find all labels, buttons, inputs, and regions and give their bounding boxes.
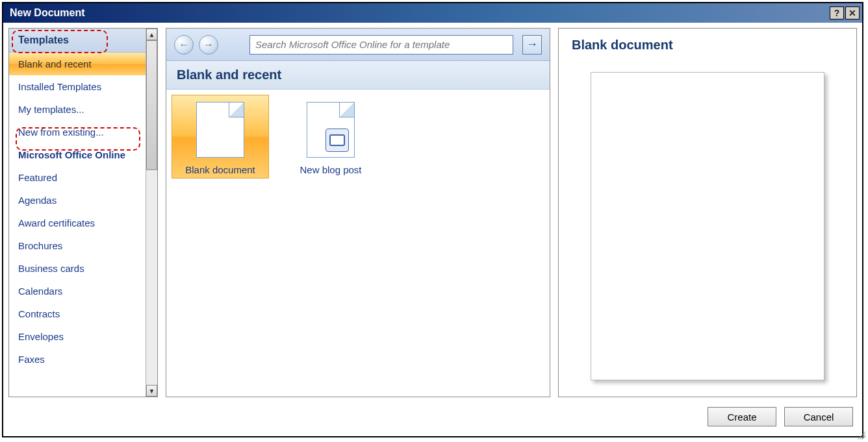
create-button[interactable]: Create <box>708 407 776 426</box>
template-label: New blog post <box>285 164 376 175</box>
window-title: New Document <box>10 7 85 19</box>
arrow-left-icon: ← <box>179 39 189 51</box>
section-header: Blank and recent <box>166 61 550 90</box>
sidebar-scrollbar[interactable]: ▲ ▼ <box>146 29 157 397</box>
scroll-track[interactable] <box>146 170 157 385</box>
toolbar: ← → → <box>166 29 550 61</box>
sidebar: Templates Blank and recent Installed Tem… <box>8 28 158 397</box>
forward-button[interactable]: → <box>199 35 218 55</box>
new-document-dialog: New Document ? ✕ Templates Blank and rec… <box>2 2 863 437</box>
go-arrow-icon: → <box>526 38 538 51</box>
sidebar-item-contracts[interactable]: Contracts <box>9 302 146 325</box>
preview-panel: Blank document <box>558 28 857 397</box>
sidebar-item-agendas[interactable]: Agendas <box>9 189 146 212</box>
scroll-up-button[interactable]: ▲ <box>146 29 157 40</box>
sidebar-list: Templates Blank and recent Installed Tem… <box>9 29 146 397</box>
preview-page <box>591 72 824 380</box>
titlebar: New Document ? ✕ <box>3 3 862 23</box>
blank-document-icon <box>196 102 244 158</box>
back-button[interactable]: ← <box>174 35 194 55</box>
scroll-down-button[interactable]: ▼ <box>146 385 157 397</box>
sidebar-item-award-certificates[interactable]: Award certificates <box>9 212 146 234</box>
titlebar-buttons: ? ✕ <box>828 6 860 19</box>
arrow-right-icon: → <box>203 39 214 51</box>
upper-row: Templates Blank and recent Installed Tem… <box>8 28 857 397</box>
blog-badge-icon <box>326 129 349 152</box>
dialog-footer: Create Cancel <box>8 402 857 431</box>
sidebar-section-microsoft-office-online[interactable]: Microsoft Office Online <box>9 143 146 166</box>
main-panel: ← → → Blank and recent Blank document <box>166 28 550 397</box>
templates-grid: Blank document New blog post <box>166 90 550 397</box>
sidebar-header: Templates <box>9 29 146 53</box>
search-input[interactable] <box>250 36 513 54</box>
close-button[interactable]: ✕ <box>845 6 860 19</box>
resize-grip[interactable] <box>855 429 865 439</box>
blog-document-icon <box>307 102 355 158</box>
search-box <box>249 35 513 55</box>
template-label: Blank document <box>175 164 266 175</box>
sidebar-item-new-from-existing[interactable]: New from existing... <box>9 121 146 143</box>
template-new-blog-post[interactable]: New blog post <box>282 95 379 178</box>
dialog-body: Templates Blank and recent Installed Tem… <box>3 23 862 436</box>
preview-title: Blank document <box>572 38 843 53</box>
sidebar-item-blank-and-recent[interactable]: Blank and recent <box>9 53 146 75</box>
sidebar-item-my-templates[interactable]: My templates... <box>9 98 146 121</box>
sidebar-item-faxes[interactable]: Faxes <box>9 348 146 371</box>
sidebar-item-business-cards[interactable]: Business cards <box>9 257 146 280</box>
sidebar-item-brochures[interactable]: Brochures <box>9 234 146 257</box>
sidebar-item-envelopes[interactable]: Envelopes <box>9 325 146 348</box>
cancel-button[interactable]: Cancel <box>784 407 853 426</box>
search-go-button[interactable]: → <box>522 35 542 55</box>
sidebar-item-installed-templates[interactable]: Installed Templates <box>9 75 146 98</box>
sidebar-item-calendars[interactable]: Calendars <box>9 280 146 302</box>
scroll-thumb[interactable] <box>146 40 157 170</box>
help-button[interactable]: ? <box>830 6 844 19</box>
template-blank-document[interactable]: Blank document <box>172 95 269 178</box>
sidebar-item-featured[interactable]: Featured <box>9 166 146 189</box>
